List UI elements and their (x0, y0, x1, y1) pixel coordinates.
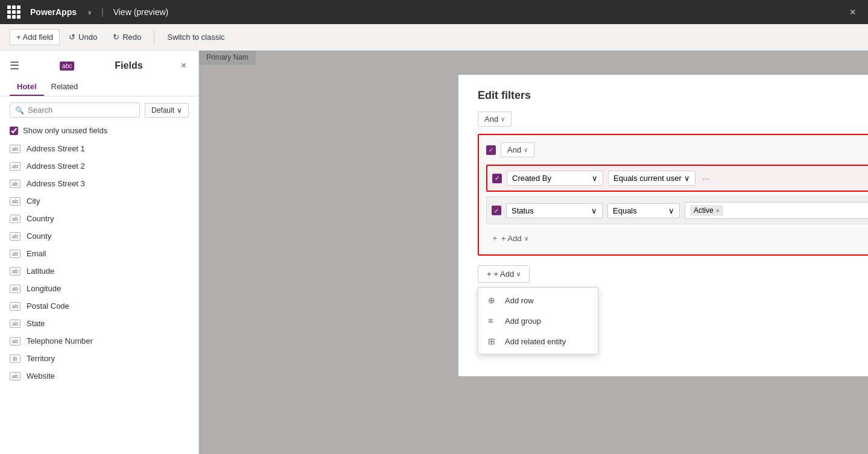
redo-button[interactable]: ↻ Redo (106, 29, 148, 45)
row1-op-chevron-icon: ∨ (684, 174, 690, 183)
show-unused-checkbox[interactable] (10, 127, 18, 135)
undo-icon: ↺ (69, 33, 75, 42)
row1-field-chevron-icon: ∨ (592, 174, 598, 183)
group-and-chevron-icon: ∨ (524, 147, 528, 153)
row2-operator-select[interactable]: Equals ∨ (607, 203, 680, 218)
list-item[interactable]: ab County (0, 227, 198, 245)
row1-more-icon[interactable]: ··· (700, 172, 712, 184)
add-outer-button[interactable]: + + Add ∨ (478, 265, 530, 283)
field-text-icon: ab (10, 302, 21, 311)
tab-related[interactable]: Related (44, 78, 86, 96)
dropdown-add-related-entity[interactable]: ⊞ Add related entity (478, 331, 598, 352)
field-text-icon: ab (10, 320, 21, 328)
add-outer-container: + + Add ∨ ⊕ Add row ≡ Add group (478, 265, 530, 283)
row1-operator-select[interactable]: Equals current user ∨ (608, 171, 695, 186)
canvas: Primary Nam Edit filters And ∨ ✓ (199, 51, 868, 454)
list-item[interactable]: ab Telephone Number (0, 332, 198, 350)
apps-icon[interactable] (7, 5, 21, 19)
show-unused-row: Show only unused fields (0, 124, 198, 140)
sidebar-search-area: 🔍 Default ∨ (0, 96, 198, 124)
sidebar-title: Fields (115, 60, 142, 71)
sidebar-menu-icon[interactable]: ☰ (10, 59, 19, 72)
app-name: PowerApps (30, 7, 77, 17)
chip-remove-icon[interactable]: × (716, 207, 720, 214)
add-inner-button[interactable]: ＋ + Add ∨ (486, 229, 868, 247)
sidebar-list: ab Address Street 1 ab Address Street 2 … (0, 140, 198, 454)
switch-classic-button[interactable]: Switch to classic (160, 29, 231, 45)
filter-group-header: ✓ And ∨ ⤢ ··· (486, 142, 868, 157)
dropdown-add-group[interactable]: ≡ Add group (478, 311, 598, 331)
toolbar: + Add field ↺ Undo ↻ Redo Switch to clas… (0, 24, 868, 51)
add-inner-chevron-icon: ∨ (524, 235, 528, 242)
filter-row-created-by: ✓ Created By ∨ Equals current user ∨ ··· (486, 165, 868, 192)
filter-row-status: ✓ Status ∨ Equals ∨ Active × (486, 197, 868, 224)
sidebar: ☰ abc Fields × Hotel Related 🔍 Default ∨… (0, 51, 199, 454)
field-text-icon: ab (10, 232, 21, 241)
list-item[interactable]: ab Postal Code (0, 297, 198, 315)
list-item[interactable]: ab Latitude (0, 262, 198, 280)
search-icon: 🔍 (15, 106, 24, 115)
top-divider: | (101, 7, 104, 17)
edit-filters-modal: Edit filters And ∨ ✓ And ∨ (458, 75, 868, 376)
add-row-icon: ⊕ (488, 295, 499, 305)
list-item[interactable]: ab Country (0, 210, 198, 227)
row2-field-chevron-icon: ∨ (591, 206, 597, 215)
redo-icon: ↻ (113, 33, 119, 42)
add-group-icon: ≡ (488, 316, 499, 326)
abc-icon: abc (60, 61, 74, 71)
field-text-icon: ab (10, 162, 21, 171)
list-item[interactable]: ab Email (0, 245, 198, 262)
row2-value-field[interactable]: Active × ∨ (685, 202, 868, 219)
group-checkbox[interactable]: ✓ (486, 145, 496, 155)
field-text-icon: ab (10, 267, 21, 276)
group-and-dropdown[interactable]: And ∨ (501, 142, 534, 157)
add-dropdown-popup: ⊕ Add row ≡ Add group ⊞ Add related enti… (478, 287, 598, 355)
list-item[interactable]: ab Address Street 3 (0, 175, 198, 192)
field-text-icon: ab (10, 285, 21, 293)
filter-dropdown-button[interactable]: Default ∨ (145, 103, 189, 118)
row1-checkbox[interactable]: ✓ (492, 174, 502, 183)
field-text-icon: ab (10, 215, 21, 223)
add-related-icon: ⊞ (488, 336, 499, 346)
list-item[interactable]: ab Website (0, 367, 198, 385)
view-label: View (preview) (113, 7, 169, 17)
add-outer-chevron-icon: ∨ (516, 271, 521, 277)
show-unused-label: Show only unused fields (23, 126, 107, 135)
top-and-row: And ∨ (478, 112, 868, 127)
list-item[interactable]: ab State (0, 315, 198, 332)
close-icon[interactable]: × (844, 4, 861, 21)
row2-checkbox[interactable]: ✓ (492, 206, 501, 215)
modal-overlay: Edit filters And ∨ ✓ And ∨ (199, 51, 868, 454)
toolbar-separator (154, 30, 154, 45)
add-field-button[interactable]: + Add field (10, 29, 60, 45)
list-item[interactable]: ⊞ Territory (0, 350, 198, 367)
list-item[interactable]: ab Address Street 2 (0, 157, 198, 175)
main: ☰ abc Fields × Hotel Related 🔍 Default ∨… (0, 51, 868, 454)
tab-hotel[interactable]: Hotel (10, 78, 44, 96)
app-chevron: ∨ (87, 9, 92, 16)
sidebar-header: ☰ abc Fields × (0, 51, 198, 74)
modal-title: Edit filters (478, 89, 868, 102)
list-item[interactable]: ab Longitude (0, 280, 198, 297)
undo-button[interactable]: ↺ Undo (62, 29, 104, 45)
row2-field-select[interactable]: Status ∨ (506, 203, 603, 218)
row2-op-chevron-icon: ∨ (668, 206, 674, 215)
field-text-icon: ab (10, 372, 21, 380)
field-text-icon: ab (10, 180, 21, 188)
sidebar-close-icon[interactable]: × (179, 58, 189, 74)
field-text-icon: ab (10, 145, 21, 153)
field-text-icon: ab (10, 250, 21, 258)
dropdown-add-row[interactable]: ⊕ Add row (478, 290, 598, 311)
row1-field-select[interactable]: Created By ∨ (507, 171, 603, 186)
filter-chevron-icon: ∨ (177, 106, 182, 115)
list-item[interactable]: ab Address Street 1 (0, 140, 198, 157)
filter-group-box: ✓ And ∨ ⤢ ··· ✓ Cre (478, 134, 868, 256)
top-and-dropdown[interactable]: And ∨ (478, 112, 512, 127)
list-item[interactable]: ab City (0, 192, 198, 210)
search-input[interactable] (28, 106, 135, 115)
search-box[interactable]: 🔍 (10, 102, 140, 118)
field-text-icon: ab (10, 197, 21, 206)
sidebar-tabs: Hotel Related (0, 74, 198, 96)
field-table-icon: ⊞ (10, 355, 21, 363)
field-text-icon: ab (10, 337, 21, 345)
